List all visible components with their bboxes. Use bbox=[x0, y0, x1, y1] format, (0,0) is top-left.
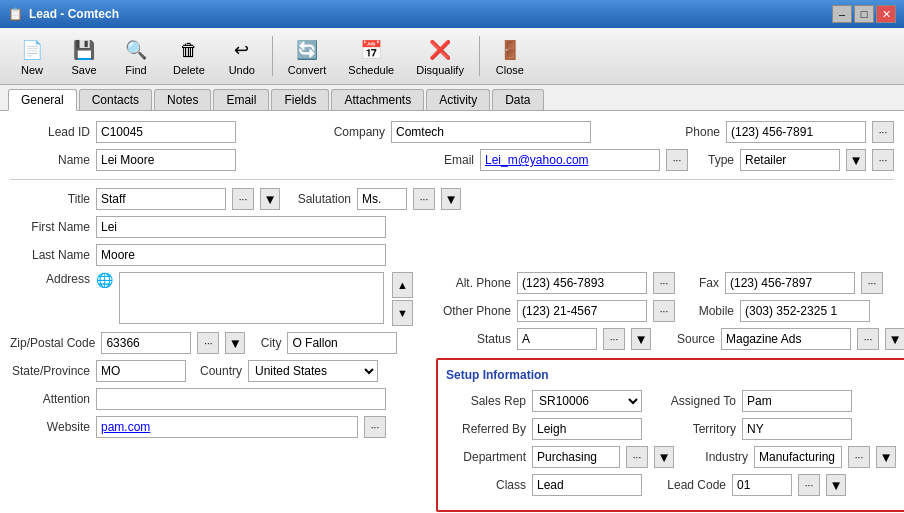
source-input[interactable] bbox=[721, 328, 851, 350]
department-input[interactable] bbox=[532, 446, 620, 468]
city-label: City bbox=[251, 336, 281, 350]
zip-input[interactable] bbox=[101, 332, 191, 354]
tab-general[interactable]: General bbox=[8, 89, 77, 111]
first-name-input[interactable] bbox=[96, 216, 386, 238]
name-input[interactable] bbox=[96, 149, 236, 171]
other-phone-input[interactable] bbox=[517, 300, 647, 322]
type-dots-button[interactable]: ··· bbox=[872, 149, 894, 171]
type-dropdown-button[interactable]: ▼ bbox=[846, 149, 866, 171]
industry-input[interactable] bbox=[754, 446, 842, 468]
tab-notes[interactable]: Notes bbox=[154, 89, 211, 110]
department-dots-button[interactable]: ··· bbox=[626, 446, 648, 468]
find-button[interactable]: 🔍 Find bbox=[112, 32, 160, 80]
mobile-input[interactable] bbox=[740, 300, 870, 322]
attention-input[interactable] bbox=[96, 388, 386, 410]
status-dropdown-button[interactable]: ▼ bbox=[631, 328, 651, 350]
city-input[interactable] bbox=[287, 332, 397, 354]
fax-label: Fax bbox=[689, 276, 719, 290]
salutation-input[interactable] bbox=[357, 188, 407, 210]
salutation-dots-button[interactable]: ··· bbox=[413, 188, 435, 210]
email-input[interactable] bbox=[480, 149, 660, 171]
lead-code-dots-button[interactable]: ··· bbox=[798, 474, 820, 496]
alt-phone-dots-button[interactable]: ··· bbox=[653, 272, 675, 294]
source-dots-button[interactable]: ··· bbox=[857, 328, 879, 350]
lead-code-label: Lead Code bbox=[656, 478, 726, 492]
sales-rep-label: Sales Rep bbox=[446, 394, 526, 408]
lead-code-dropdown-button[interactable]: ▼ bbox=[826, 474, 846, 496]
email-dots-button[interactable]: ··· bbox=[666, 149, 688, 171]
class-label: Class bbox=[446, 478, 526, 492]
row-website: Website ··· bbox=[10, 416, 420, 438]
state-label: State/Province bbox=[10, 364, 90, 378]
close-window-button[interactable]: ✕ bbox=[876, 5, 896, 23]
alt-phone-input[interactable] bbox=[517, 272, 647, 294]
row-address: Address 🌐 ▲ ▼ bbox=[10, 272, 420, 326]
schedule-button[interactable]: 📅 Schedule bbox=[339, 32, 403, 80]
other-phone-dots-button[interactable]: ··· bbox=[653, 300, 675, 322]
state-input[interactable] bbox=[96, 360, 186, 382]
zip-dropdown-button[interactable]: ▼ bbox=[225, 332, 245, 354]
phone-input[interactable] bbox=[726, 121, 866, 143]
source-dropdown-button[interactable]: ▼ bbox=[885, 328, 904, 350]
globe-icon[interactable]: 🌐 bbox=[96, 272, 113, 288]
country-select[interactable]: United States bbox=[248, 360, 378, 382]
maximize-button[interactable]: □ bbox=[854, 5, 874, 23]
industry-dropdown-button[interactable]: ▼ bbox=[876, 446, 896, 468]
tab-contacts[interactable]: Contacts bbox=[79, 89, 152, 110]
zip-dots-button[interactable]: ··· bbox=[197, 332, 219, 354]
tab-activity[interactable]: Activity bbox=[426, 89, 490, 110]
row-title: Title ··· ▼ Salutation ··· ▼ bbox=[10, 188, 894, 210]
title-input[interactable] bbox=[96, 188, 226, 210]
setup-row-department: Department ··· ▼ Industry ··· ▼ bbox=[446, 446, 896, 468]
title-dropdown-button[interactable]: ▼ bbox=[260, 188, 280, 210]
salutation-dropdown-button[interactable]: ▼ bbox=[441, 188, 461, 210]
new-button[interactable]: 📄 New bbox=[8, 32, 56, 80]
setup-row-sales-rep: Sales Rep SR10006 Assigned To bbox=[446, 390, 896, 412]
industry-dots-button[interactable]: ··· bbox=[848, 446, 870, 468]
last-name-input[interactable] bbox=[96, 244, 386, 266]
address-input[interactable] bbox=[119, 272, 384, 324]
lead-code-input[interactable] bbox=[732, 474, 792, 496]
delete-button[interactable]: 🗑 Delete bbox=[164, 32, 214, 80]
phone-dots-button[interactable]: ··· bbox=[872, 121, 894, 143]
tab-bar: General Contacts Notes Email Fields Atta… bbox=[0, 85, 904, 111]
save-button[interactable]: 💾 Save bbox=[60, 32, 108, 80]
tab-attachments[interactable]: Attachments bbox=[331, 89, 424, 110]
tab-data[interactable]: Data bbox=[492, 89, 543, 110]
title-dots-button[interactable]: ··· bbox=[232, 188, 254, 210]
fax-dots-button[interactable]: ··· bbox=[861, 272, 883, 294]
referred-by-label: Referred By bbox=[446, 422, 526, 436]
territory-input[interactable] bbox=[742, 418, 852, 440]
undo-button[interactable]: ↩ Undo bbox=[218, 32, 266, 80]
address-scroll-down[interactable]: ▼ bbox=[392, 300, 413, 326]
type-input[interactable] bbox=[740, 149, 840, 171]
class-input[interactable] bbox=[532, 474, 642, 496]
assigned-to-input[interactable] bbox=[742, 390, 852, 412]
convert-button[interactable]: 🔄 Convert bbox=[279, 32, 336, 80]
setup-information-box: Setup Information Sales Rep SR10006 Assi… bbox=[436, 358, 904, 512]
name-label: Name bbox=[10, 153, 90, 167]
company-input[interactable] bbox=[391, 121, 591, 143]
sales-rep-select[interactable]: SR10006 bbox=[532, 390, 642, 412]
type-label: Type bbox=[694, 153, 734, 167]
website-input[interactable] bbox=[96, 416, 358, 438]
referred-by-input[interactable] bbox=[532, 418, 642, 440]
department-dropdown-button[interactable]: ▼ bbox=[654, 446, 674, 468]
website-dots-button[interactable]: ··· bbox=[364, 416, 386, 438]
fax-input[interactable] bbox=[725, 272, 855, 294]
status-dots-button[interactable]: ··· bbox=[603, 328, 625, 350]
window-title: Lead - Comtech bbox=[29, 7, 119, 21]
undo-icon: ↩ bbox=[228, 36, 256, 64]
address-label: Address bbox=[10, 272, 90, 286]
status-input[interactable] bbox=[517, 328, 597, 350]
minimize-button[interactable]: – bbox=[832, 5, 852, 23]
tab-fields[interactable]: Fields bbox=[271, 89, 329, 110]
disqualify-button[interactable]: ❌ Disqualify bbox=[407, 32, 473, 80]
address-scroll-up[interactable]: ▲ bbox=[392, 272, 413, 298]
toolbar-separator2 bbox=[479, 36, 480, 76]
status-label: Status bbox=[436, 332, 511, 346]
close-button[interactable]: 🚪 Close bbox=[486, 32, 534, 80]
tab-email[interactable]: Email bbox=[213, 89, 269, 110]
territory-label: Territory bbox=[656, 422, 736, 436]
lead-id-input[interactable] bbox=[96, 121, 236, 143]
